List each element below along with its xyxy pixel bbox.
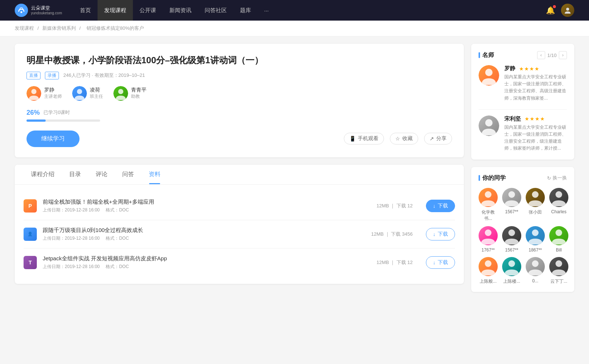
pagination: ‹ 1/10 › bbox=[537, 51, 567, 59]
classmate-avatar-10[interactable] bbox=[526, 257, 545, 276]
teacher-divider bbox=[479, 109, 567, 110]
nav-discover[interactable]: 发现课程 bbox=[98, 0, 133, 21]
classmates-card: 你的同学 ↻ 换一换 化学教书... 1567** bbox=[471, 167, 574, 292]
classmate-name-9: 上陈楼... bbox=[503, 278, 520, 285]
resource-item-1: 👤 跟随千万级项目从0到100全过程高效成长 上传日期：2019-12-28 1… bbox=[24, 220, 455, 249]
star-icon: ☆ bbox=[395, 136, 400, 142]
next-page-button[interactable]: › bbox=[559, 51, 567, 59]
classmate-avatar-11[interactable] bbox=[549, 257, 568, 276]
tabs-card: 课程介绍 目录 评论 问答 资料 P 前端全栈加强版！前端全栈+全周期+多端应用… bbox=[15, 165, 464, 284]
nav-qa[interactable]: 问答社区 bbox=[198, 0, 233, 21]
action-buttons: 📱 手机观看 ☆ 收藏 ↗ 分享 bbox=[344, 133, 452, 144]
classmate-name-6: 1867** bbox=[529, 247, 542, 253]
tab-qa[interactable]: 问答 bbox=[115, 165, 141, 184]
breadcrumb-link-1[interactable]: 发现课程 bbox=[15, 25, 34, 31]
refresh-button[interactable]: ↻ 换一换 bbox=[547, 175, 567, 181]
teacher-desc-0: 国内某重点大学安全工程专业硕士，国家一级注册消防工程师、注册安全工程师、高级注册… bbox=[504, 74, 567, 102]
progress-percent: 26% bbox=[27, 109, 40, 117]
bell-icon[interactable]: 🔔 bbox=[546, 6, 555, 15]
resource-meta-0: 上传日期：2019-12-28 16:00 格式：DOC bbox=[43, 207, 371, 213]
resource-stats-2: 12MB ｜ 下载 12 bbox=[377, 259, 413, 266]
classmate-7: Bill bbox=[549, 226, 568, 253]
prev-page-button[interactable]: ‹ bbox=[537, 51, 545, 59]
logo[interactable]: 云朵课堂 yundouketang.com bbox=[15, 4, 62, 17]
nav-home[interactable]: 首页 bbox=[73, 0, 98, 21]
progress-bar bbox=[27, 119, 100, 122]
share-button[interactable]: ↗ 分享 bbox=[424, 133, 452, 144]
tab-review[interactable]: 评论 bbox=[88, 165, 115, 184]
instructor-role-0: 主讲老师 bbox=[44, 93, 62, 100]
course-header-card: 明星中教授课，小学阶段语法100分–强化级第1讲动词（一） 直播 录播 246人… bbox=[15, 44, 464, 157]
download-button-0[interactable]: ↓ 下载 bbox=[426, 200, 455, 212]
classmate-name-3: Charles bbox=[551, 209, 566, 214]
classmate-avatar-0[interactable] bbox=[479, 188, 498, 207]
mobile-watch-button[interactable]: 📱 手机观看 bbox=[344, 133, 384, 144]
classmate-4: 1767** bbox=[479, 226, 498, 253]
classmate-avatar-4[interactable] bbox=[479, 226, 498, 245]
course-meta-text: 246人已学习 · 有效期至：2019–10–21 bbox=[63, 72, 145, 79]
download-button-1[interactable]: ↓ 下载 bbox=[426, 228, 455, 240]
resource-title-2: Jetpack全组件实战 开发短视频应用高仿皮皮虾App bbox=[43, 255, 371, 262]
classmate-avatar-9[interactable] bbox=[502, 257, 521, 276]
classmate-5: 1567** bbox=[502, 226, 521, 253]
continue-button[interactable]: 继续学习 bbox=[27, 131, 80, 147]
classmate-2: 张小田 bbox=[526, 188, 545, 222]
user-avatar[interactable] bbox=[561, 4, 574, 17]
teacher-stars-1: ★★★★ bbox=[525, 116, 545, 122]
svg-point-7 bbox=[485, 191, 491, 198]
nav-news[interactable]: 新闻资讯 bbox=[163, 0, 198, 21]
svg-point-17 bbox=[532, 260, 539, 267]
teacher-desc-1: 国内某重点大学安全工程专业硕士，国家一级注册消防工程师、注册安全工程师，级注册建… bbox=[504, 124, 567, 152]
breadcrumb-link-2[interactable]: 新媒体营销系列 bbox=[42, 25, 76, 31]
svg-point-13 bbox=[532, 229, 539, 236]
tab-resources[interactable]: 资料 bbox=[141, 165, 168, 184]
classmate-avatar-7[interactable] bbox=[549, 226, 568, 245]
nav-more[interactable]: ··· bbox=[258, 0, 276, 21]
classmate-name-4: 1767** bbox=[482, 247, 495, 253]
resource-item-0: P 前端全栈加强版！前端全栈+全周期+多端应用 上传日期：2019-12-28 … bbox=[24, 192, 455, 220]
classmate-avatar-2[interactable] bbox=[526, 188, 545, 207]
instructor-avatar-1 bbox=[72, 86, 87, 101]
instructor-1: 凌荷 班主任 bbox=[72, 86, 103, 101]
tab-intro[interactable]: 课程介绍 bbox=[24, 165, 62, 184]
content-area: 明星中教授课，小学阶段语法100分–强化级第1讲动词（一） 直播 录播 246人… bbox=[15, 44, 464, 299]
classmate-avatar-3[interactable] bbox=[549, 188, 568, 207]
nav-opencourse[interactable]: 公开课 bbox=[133, 0, 163, 21]
svg-point-16 bbox=[508, 260, 515, 267]
resource-title-0: 前端全栈加强版！前端全栈+全周期+多端应用 bbox=[43, 199, 371, 206]
classmate-avatar-6[interactable] bbox=[526, 226, 545, 245]
classmate-avatar-8[interactable] bbox=[479, 257, 498, 276]
nav-questions[interactable]: 题库 bbox=[233, 0, 258, 21]
instructor-name-0: 罗静 bbox=[44, 87, 62, 93]
teacher-stars-0: ★★★★ bbox=[519, 66, 540, 72]
svg-point-10 bbox=[556, 191, 562, 198]
svg-point-5 bbox=[485, 69, 493, 76]
resource-icon-2: T bbox=[24, 256, 37, 269]
share-icon: ↗ bbox=[430, 136, 434, 142]
navbar: 云朵课堂 yundouketang.com 首页 发现课程 公开课 新闻资讯 问… bbox=[0, 0, 589, 21]
favorite-button[interactable]: ☆ 收藏 bbox=[390, 133, 418, 144]
svg-point-8 bbox=[508, 191, 515, 198]
classmate-name-11: 云下丁... bbox=[550, 278, 567, 285]
classmate-3: Charles bbox=[549, 188, 568, 222]
tag-live: 直播 bbox=[27, 72, 40, 79]
resource-stats-0: 12MB ｜ 下载 12 bbox=[377, 203, 413, 209]
sidebar: 名师 ‹ 1/10 › 罗静 ★★★★ bbox=[471, 44, 574, 299]
svg-point-12 bbox=[508, 229, 515, 236]
nav-items: 首页 发现课程 公开课 新闻资讯 问答社区 题库 ··· bbox=[73, 0, 310, 21]
course-actions: 继续学习 📱 手机观看 ☆ 收藏 ↗ 分享 bbox=[27, 131, 452, 147]
resource-meta-1: 上传日期：2019-12-28 16:00 格式：DOC bbox=[43, 235, 365, 242]
teacher-name-0: 罗静 bbox=[504, 65, 515, 72]
instructor-avatar-0 bbox=[27, 86, 41, 101]
download-button-2[interactable]: ↓ 下载 bbox=[426, 256, 455, 269]
tab-catalog[interactable]: 目录 bbox=[62, 165, 88, 184]
resource-icon-0: P bbox=[24, 199, 37, 213]
classmate-avatar-1[interactable] bbox=[502, 188, 521, 207]
teacher-avatar-1 bbox=[479, 115, 499, 136]
resource-icon-1: 👤 bbox=[24, 228, 37, 241]
svg-point-0 bbox=[21, 11, 22, 13]
classmate-name-7: Bill bbox=[556, 247, 562, 253]
classmate-avatar-5[interactable] bbox=[502, 226, 521, 245]
svg-point-15 bbox=[485, 260, 491, 267]
instructor-name-2: 青青平 bbox=[131, 87, 147, 93]
